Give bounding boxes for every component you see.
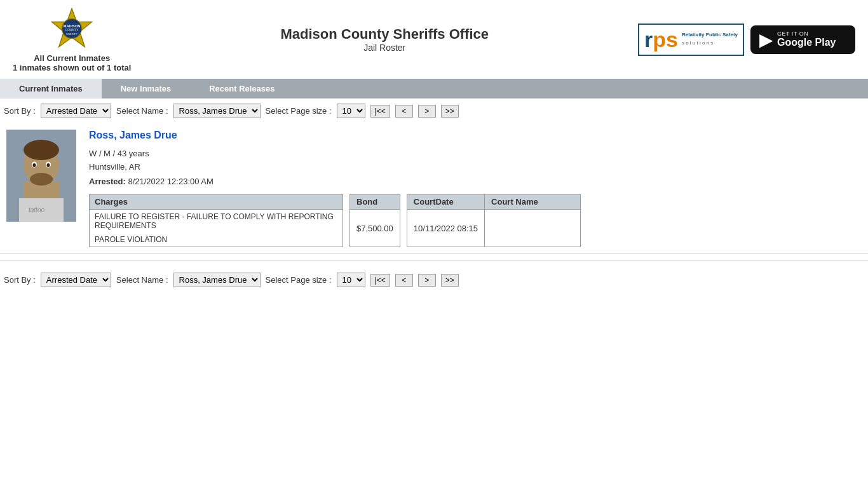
controls-bottom: Sort By : Arrested Date Select Name : Ro… (0, 268, 868, 292)
nav-tabs: Current Inmates New Inmates Recent Relea… (0, 79, 868, 98)
bond-header: Bond (350, 194, 400, 210)
header-right: r ps Relativity Public Safety s o l u t … (638, 24, 855, 56)
sheriff-star-icon: MADISON COUNTY SHERIFF (50, 6, 94, 51)
tab-current-inmates[interactable]: Current Inmates (0, 79, 102, 98)
prev-page-button-top[interactable]: < (395, 105, 413, 118)
last-page-button-top[interactable]: >> (441, 105, 459, 118)
charges-table: Charges FAILURE TO REGISTER - FAILURE TO… (89, 194, 343, 247)
charge-row-2: PAROLE VIOLATION (90, 233, 342, 247)
bond-amount: $7,500.00 (350, 210, 400, 247)
google-play-triangle-icon: ▶ (759, 29, 773, 50)
tab-new-inmates[interactable]: New Inmates (102, 79, 190, 98)
inmate-location: Huntsville, AR (89, 162, 862, 172)
rps-logo: r ps Relativity Public Safety s o l u t … (638, 24, 744, 56)
next-page-button-bottom[interactable]: > (418, 274, 436, 287)
page-size-select-top[interactable]: 10 (337, 104, 365, 118)
page-size-label-top: Select Page size : (266, 106, 332, 116)
inmate-record: tattoo Ross, James Drue W / M / 43 years… (0, 123, 868, 254)
rps-ps-letters: ps (653, 27, 678, 52)
select-name-select-bottom[interactable]: Ross, James Drue (173, 273, 261, 287)
header-left: MADISON COUNTY SHERIFF All Current Inmat… (13, 6, 131, 72)
section-divider (0, 261, 868, 261)
page-size-label-bottom: Select Page size : (266, 275, 332, 285)
arrested-label: Arrested: (89, 177, 126, 186)
inmate-photo-image: tattoo (6, 130, 76, 222)
svg-text:COUNTY: COUNTY (65, 29, 79, 32)
court-date-header: CourtDate (407, 194, 485, 210)
google-play-text: GET IT ON Google Play (777, 30, 836, 48)
svg-point-13 (30, 173, 53, 186)
bond-table: Bond $7,500.00 (349, 194, 400, 247)
page-header: MADISON COUNTY SHERIFF All Current Inmat… (0, 0, 868, 79)
svg-text:SHERIFF: SHERIFF (66, 32, 78, 36)
all-inmates-count: All Current Inmates 1 inmates shown out … (13, 53, 131, 72)
tab-recent-releases[interactable]: Recent Releases (190, 79, 294, 98)
sort-by-select-bottom[interactable]: Arrested Date (41, 273, 111, 287)
court-name-header: Court Name (485, 194, 580, 210)
rps-r-letter: r (644, 27, 653, 52)
court-date-value: 10/11/2022 08:15 (407, 210, 485, 247)
inmate-photo: tattoo (6, 130, 76, 222)
office-title: Madison County Sheriffs Office (280, 26, 489, 43)
header-title-block: Madison County Sheriffs Office Jail Rost… (280, 26, 489, 53)
select-name-label-top: Select Name : (116, 106, 168, 116)
inmate-demographics: W / M / 43 years (89, 149, 862, 158)
google-play-button[interactable]: ▶ GET IT ON Google Play (750, 25, 855, 54)
prev-page-button-bottom[interactable]: < (395, 274, 413, 287)
court-name-value (485, 210, 580, 247)
first-page-button-bottom[interactable]: |<< (370, 274, 390, 287)
last-page-button-bottom[interactable]: >> (441, 274, 459, 287)
rps-tagline: Relativity Public Safety s o l u t i o n… (682, 31, 738, 48)
court-table: CourtDate Court Name 10/11/2022 08:15 (407, 194, 581, 247)
roster-subtitle: Jail Roster (280, 43, 489, 53)
svg-text:MADISON: MADISON (64, 24, 80, 28)
inmate-arrested: Arrested: 8/21/2022 12:23:00 AM (89, 177, 862, 186)
charges-header: Charges (90, 194, 342, 210)
svg-point-11 (33, 163, 36, 167)
page-size-select-bottom[interactable]: 10 (337, 273, 365, 287)
select-name-select-top[interactable]: Ross, James Drue (173, 104, 261, 118)
sort-by-label-top: Sort By : (4, 106, 36, 116)
svg-text:tattoo: tattoo (29, 207, 44, 214)
svg-point-8 (24, 140, 59, 160)
charges-container: Charges FAILURE TO REGISTER - FAILURE TO… (89, 194, 862, 247)
controls-top: Sort By : Arrested Date Select Name : Ro… (0, 98, 868, 123)
inmate-details: Ross, James Drue W / M / 43 years Huntsv… (89, 130, 862, 247)
svg-point-12 (47, 163, 50, 167)
sort-by-select-top[interactable]: Arrested Date (41, 104, 111, 118)
charge-row-1: FAILURE TO REGISTER - FAILURE TO COMPLY … (90, 210, 342, 233)
first-page-button-top[interactable]: |<< (370, 105, 390, 118)
select-name-label-bottom: Select Name : (116, 275, 168, 285)
next-page-button-top[interactable]: > (418, 105, 436, 118)
sort-by-label-bottom: Sort By : (4, 275, 36, 285)
inmate-name[interactable]: Ross, James Drue (89, 130, 862, 141)
arrested-date: 8/21/2022 12:23:00 AM (128, 177, 213, 186)
